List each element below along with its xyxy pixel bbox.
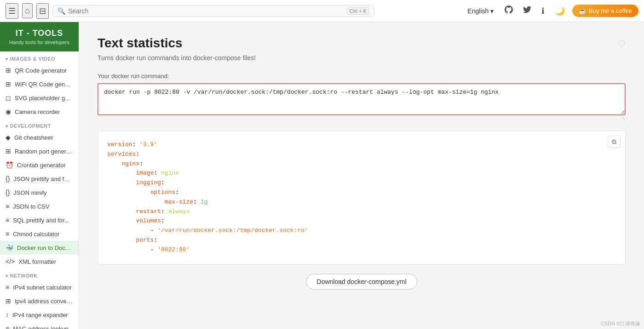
resize-handle: ⤡: [98, 116, 626, 121]
code-key: image: [136, 170, 154, 176]
sidebar-item-label: Git cheatsheet: [14, 134, 53, 141]
sidebar-item-svg-placeholder[interactable]: ◻ SVG placeholder gen...: [0, 91, 79, 105]
code-value: nginx: [161, 170, 179, 176]
sidebar-item-qr-code[interactable]: ⊞ QR Code generator: [0, 63, 79, 77]
git-icon: ◆: [6, 134, 11, 141]
docker-command-input[interactable]: [98, 83, 626, 115]
favorite-icon[interactable]: ♡: [617, 39, 626, 50]
code-key: nginx: [121, 160, 139, 167]
language-selector[interactable]: English ▾: [464, 6, 497, 17]
twitter-icon[interactable]: [520, 4, 534, 18]
svg-icon: ◻: [6, 94, 11, 102]
code-key: services: [107, 151, 136, 158]
sidebar-item-label: Chmod calculator: [13, 231, 59, 238]
search-shortcut: Ctrl + K: [347, 7, 369, 15]
copy-button[interactable]: ⧉: [608, 136, 621, 148]
theme-toggle-icon[interactable]: 🌙: [552, 4, 568, 18]
sidebar-item-ipv4-range[interactable]: ↕ IPv4 range expander: [0, 308, 79, 322]
brand: IT - TOOLS Handy tools for developers: [0, 22, 79, 51]
sidebar-item-label: WiFi QR Code genera...: [15, 81, 73, 88]
code-key: logging: [136, 179, 161, 186]
braces-icon: {}: [6, 175, 10, 182]
sidebar-item-label: Ipv4 address converter: [15, 298, 73, 305]
topbar: ☰ ⌂ ⊟ 🔍 Ctrl + K English ▾ ℹ 🌙 ☕ Buy me …: [0, 0, 644, 22]
sidebar-item-label: JSON to CSV: [13, 203, 49, 210]
chevron-down-icon: ▾: [490, 7, 494, 15]
home-icon[interactable]: ⌂: [22, 3, 33, 18]
github-icon[interactable]: [502, 4, 516, 18]
buy-coffee-button[interactable]: ☕ Buy me a coffee: [572, 5, 638, 17]
code-key: restart: [136, 208, 161, 215]
info-icon[interactable]: ℹ: [539, 4, 547, 18]
mac-icon: ≡: [6, 325, 9, 329]
watermark: CSDN ©江湖有缘: [601, 320, 640, 327]
input-label: Your docker run command:: [98, 73, 626, 79]
sidebar-item-label: IPv4 subnet calculator: [13, 284, 72, 291]
sidebar-item-xml[interactable]: </> XML formatter: [0, 255, 79, 268]
code-key: version: [107, 141, 132, 148]
sidebar-item-json-csv[interactable]: ≡ JSON to CSV: [0, 199, 79, 213]
clock-icon: ⏰: [6, 161, 13, 169]
search-input[interactable]: [68, 7, 344, 15]
code-key: volumes: [136, 217, 161, 224]
sidebar-item-camera[interactable]: ◉ Camera recorder: [0, 105, 79, 119]
sidebar-item-wifi-qr[interactable]: ⊞ WiFi QR Code genera...: [0, 77, 79, 91]
subnet-icon: ≡: [6, 284, 9, 291]
xml-icon: </>: [6, 258, 15, 265]
bookmark-icon[interactable]: ⊟: [36, 3, 49, 19]
sidebar-item-sql[interactable]: ≡ SQL prettify and for...: [0, 213, 79, 227]
sidebar-item-crontab[interactable]: ⏰ Crontab generator: [0, 158, 79, 172]
code-number: 1g: [201, 199, 208, 205]
code-value: always: [168, 208, 190, 215]
sidebar-item-label: JSON minify: [13, 189, 46, 196]
sidebar-item-label: QR Code generator: [15, 67, 67, 74]
sql-icon: ≡: [6, 216, 9, 224]
sidebar-item-label: Random port genera...: [15, 148, 73, 155]
converter-icon: ⊞: [6, 297, 11, 305]
language-label: English: [467, 7, 489, 15]
section-label: Images & Video: [10, 56, 56, 62]
range-icon: ↕: [6, 311, 9, 318]
chevron-icon: ▾: [6, 57, 8, 62]
section-network: ▾ Network: [0, 268, 79, 280]
sidebar-item-random-port[interactable]: ⊞ Random port genera...: [0, 144, 79, 158]
sidebar-item-label: XML formatter: [18, 258, 56, 265]
topbar-right: English ▾ ℹ 🌙 ☕ Buy me a coffee: [464, 4, 638, 18]
sidebar-item-label: SQL prettify and for...: [13, 217, 69, 224]
copy-icon: ⧉: [612, 138, 616, 145]
sidebar-item-label: SVG placeholder gen...: [15, 95, 73, 102]
buy-coffee-label: Buy me a coffee: [589, 7, 632, 14]
code-string: '3.9': [139, 141, 157, 148]
sidebar: IT - TOOLS Handy tools for developers ▾ …: [0, 22, 79, 329]
page-title: Text statistics: [98, 36, 183, 51]
wifi-qr-icon: ⊞: [6, 80, 11, 88]
sidebar-item-label: MAC address lookup: [13, 325, 69, 329]
page-subtitle: Turns docker run commands into docker-co…: [98, 54, 626, 62]
section-development: ▾ Development: [0, 119, 79, 130]
code-string: '8022:80': [157, 246, 190, 253]
coffee-icon: ☕: [579, 7, 586, 14]
search-bar: 🔍 Ctrl + K: [52, 5, 374, 17]
code-string: '/var/run/docker.sock:/tmp/docker.sock:r…: [157, 227, 308, 234]
output-box: ⧉ version: '3.9' services: nginx: image:…: [98, 130, 626, 265]
sidebar-item-git[interactable]: ◆ Git cheatsheet: [0, 130, 79, 144]
camera-icon: ◉: [6, 108, 11, 115]
section-label: Development: [10, 123, 51, 129]
sidebar-item-chmod[interactable]: ≡ Chmod calculator: [0, 227, 79, 241]
menu-icon[interactable]: ☰: [6, 3, 18, 19]
page-header: Text statistics ♡: [98, 36, 626, 51]
sidebar-item-docker[interactable]: 🐳 Docker run to Docker...: [0, 241, 79, 255]
section-label: Network: [10, 273, 38, 278]
code-output: version: '3.9' services: nginx: image: n…: [107, 140, 616, 255]
sidebar-item-json-minify[interactable]: {} JSON minify: [0, 186, 79, 199]
download-button[interactable]: Download docker-compose.yml: [306, 274, 417, 289]
sidebar-item-label: JSON prettify and for...: [13, 176, 73, 182]
sidebar-item-label: Crontab generator: [17, 162, 66, 169]
sidebar-item-ipv4-converter[interactable]: ⊞ Ipv4 address converter: [0, 294, 79, 308]
layout: IT - TOOLS Handy tools for developers ▾ …: [0, 22, 644, 329]
sidebar-item-label: Camera recorder: [15, 108, 60, 115]
sidebar-item-ipv4-subnet[interactable]: ≡ IPv4 subnet calculator: [0, 280, 79, 294]
brand-title: IT - TOOLS: [7, 28, 71, 38]
sidebar-item-json-prettify[interactable]: {} JSON prettify and for...: [0, 172, 79, 186]
sidebar-item-mac-lookup[interactable]: ≡ MAC address lookup: [0, 322, 79, 329]
